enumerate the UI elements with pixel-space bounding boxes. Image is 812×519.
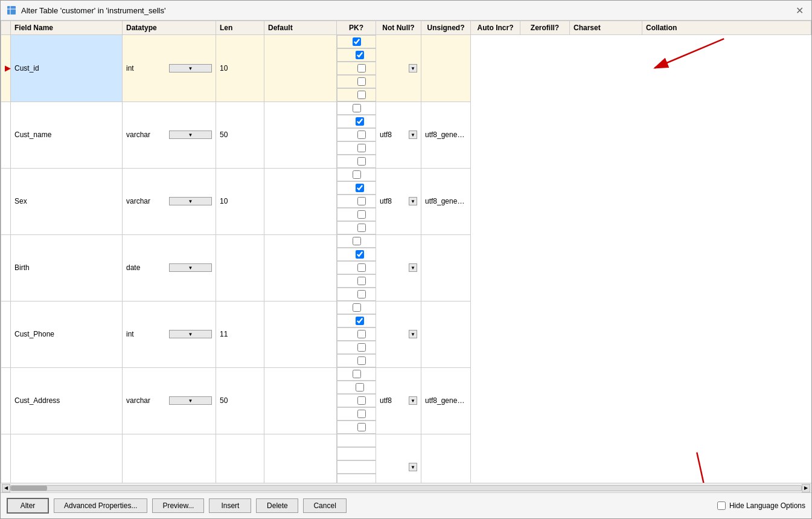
table-row[interactable]: ▶int▼10▼ — [1, 35, 811, 102]
scroll-left-button[interactable]: ◀ — [2, 484, 10, 492]
not-null-checkbox[interactable] — [356, 317, 364, 325]
charset-dropdown-arrow[interactable]: ▼ — [409, 263, 417, 272]
len-cell[interactable]: 10 — [216, 168, 264, 234]
default-cell[interactable] — [264, 168, 337, 234]
scrollbar-thumb[interactable] — [11, 486, 47, 491]
pk-checkbox[interactable] — [353, 237, 361, 245]
horizontal-scrollbar[interactable]: ◀ ▶ — [1, 483, 811, 492]
hide-language-checkbox[interactable] — [717, 501, 726, 510]
charset-dropdown-arrow[interactable]: ▼ — [409, 330, 417, 338]
auto-incr-checkbox[interactable] — [357, 277, 366, 285]
zerofill-checkbox[interactable] — [357, 224, 366, 232]
datatype-dropdown-arrow[interactable]: ▼ — [169, 330, 212, 338]
pk-cell[interactable] — [337, 367, 376, 381]
auto-incr-checkbox[interactable] — [357, 343, 366, 352]
field-name-input[interactable] — [14, 131, 118, 139]
datatype-dropdown-arrow[interactable]: ▼ — [169, 263, 212, 272]
charset-cell[interactable]: ▼ — [376, 434, 421, 483]
datatype-cell[interactable]: int▼ — [123, 301, 216, 367]
not-null-checkbox[interactable] — [356, 51, 364, 59]
table-row[interactable]: varchar▼50utf8▼utf8_general_ci — [1, 102, 811, 168]
pk-checkbox[interactable] — [353, 170, 361, 179]
field-name-cell[interactable] — [11, 234, 123, 301]
datatype-cell[interactable]: date▼ — [123, 234, 216, 301]
field-name-input[interactable] — [14, 64, 118, 73]
zerofill-checkbox[interactable] — [357, 91, 366, 99]
table-row[interactable]: date▼▼ — [1, 234, 811, 301]
collation-cell[interactable]: utf8_general_ci — [421, 102, 471, 168]
delete-button[interactable]: Delete — [256, 498, 298, 513]
not-null-checkbox[interactable] — [356, 117, 364, 126]
len-cell[interactable]: 50 — [216, 102, 264, 168]
zerofill-checkbox[interactable] — [357, 356, 366, 365]
pk-cell[interactable] — [337, 35, 376, 48]
len-cell[interactable]: 10 — [216, 35, 264, 102]
pk-checkbox[interactable] — [353, 104, 361, 112]
charset-dropdown-arrow[interactable]: ▼ — [409, 197, 417, 205]
close-button[interactable]: ✕ — [793, 4, 805, 16]
zerofill-checkbox[interactable] — [357, 157, 366, 166]
auto-incr-checkbox[interactable] — [357, 77, 366, 86]
collation-cell[interactable] — [421, 234, 471, 301]
pk-cell[interactable] — [337, 234, 376, 248]
auto-incr-checkbox[interactable] — [357, 210, 366, 219]
collation-cell[interactable] — [421, 35, 471, 102]
table-row[interactable]: varchar▼10utf8▼utf8_general_ci — [1, 168, 811, 234]
default-cell[interactable] — [264, 35, 337, 102]
default-cell[interactable] — [264, 102, 337, 168]
datatype-cell[interactable]: varchar▼ — [123, 102, 216, 168]
datatype-cell[interactable]: varchar▼ — [123, 367, 216, 434]
unsigned-checkbox[interactable] — [357, 197, 366, 205]
field-name-input[interactable] — [14, 396, 118, 405]
charset-cell[interactable]: ▼ — [376, 35, 421, 102]
table-row[interactable]: varchar▼50utf8▼utf8_general_ci — [1, 367, 811, 434]
default-cell[interactable] — [264, 234, 337, 301]
charset-dropdown-arrow[interactable]: ▼ — [409, 463, 417, 471]
table-row[interactable]: int▼11▼ — [1, 301, 811, 367]
field-name-cell[interactable] — [11, 367, 123, 434]
preview-button[interactable]: Preview... — [152, 498, 204, 513]
default-cell[interactable] — [264, 434, 337, 483]
alter-button[interactable]: Alter — [7, 498, 49, 514]
len-cell[interactable]: 11 — [216, 301, 264, 367]
collation-cell[interactable]: utf8_general_ci — [421, 168, 471, 234]
unsigned-checkbox[interactable] — [357, 330, 366, 338]
unsigned-checkbox[interactable] — [357, 263, 366, 272]
table-row[interactable]: ▼ — [1, 434, 811, 483]
datatype-dropdown-arrow[interactable]: ▼ — [169, 197, 212, 205]
auto-incr-checkbox[interactable] — [357, 144, 366, 152]
datatype-cell[interactable]: varchar▼ — [123, 168, 216, 234]
len-cell[interactable] — [216, 234, 264, 301]
not-null-checkbox[interactable] — [356, 383, 364, 392]
field-name-cell[interactable] — [11, 168, 123, 234]
charset-cell[interactable]: utf8▼ — [376, 367, 421, 434]
pk-checkbox[interactable] — [353, 303, 361, 312]
default-cell[interactable] — [264, 367, 337, 434]
datatype-dropdown-arrow[interactable]: ▼ — [169, 396, 212, 405]
charset-dropdown-arrow[interactable]: ▼ — [409, 396, 417, 405]
pk-cell[interactable] — [337, 102, 376, 115]
datatype-dropdown-arrow[interactable]: ▼ — [169, 64, 212, 73]
zerofill-checkbox[interactable] — [357, 290, 366, 298]
field-name-input[interactable] — [14, 263, 118, 272]
charset-cell[interactable]: ▼ — [376, 234, 421, 301]
insert-button[interactable]: Insert — [209, 498, 251, 513]
cancel-button[interactable]: Cancel — [303, 498, 346, 513]
field-name-cell[interactable] — [11, 301, 123, 367]
collation-cell[interactable]: utf8_general_ci — [421, 367, 471, 434]
auto-incr-checkbox[interactable] — [357, 410, 366, 418]
datatype-dropdown-arrow[interactable]: ▼ — [169, 131, 212, 139]
collation-cell[interactable] — [421, 434, 471, 483]
scrollbar-track[interactable] — [10, 485, 802, 491]
table-container[interactable]: Field Name Datatype Len Default PK? Not … — [1, 21, 811, 483]
zerofill-checkbox[interactable] — [357, 423, 366, 431]
field-name-input[interactable] — [14, 330, 118, 338]
pk-checkbox[interactable] — [353, 370, 361, 378]
len-cell[interactable] — [216, 434, 264, 483]
field-name-input[interactable] — [14, 463, 118, 471]
field-name-input[interactable] — [14, 197, 118, 205]
datatype-cell[interactable] — [123, 434, 216, 483]
charset-dropdown-arrow[interactable]: ▼ — [409, 131, 417, 139]
datatype-cell[interactable]: int▼ — [123, 35, 216, 102]
not-null-checkbox[interactable] — [356, 184, 364, 192]
